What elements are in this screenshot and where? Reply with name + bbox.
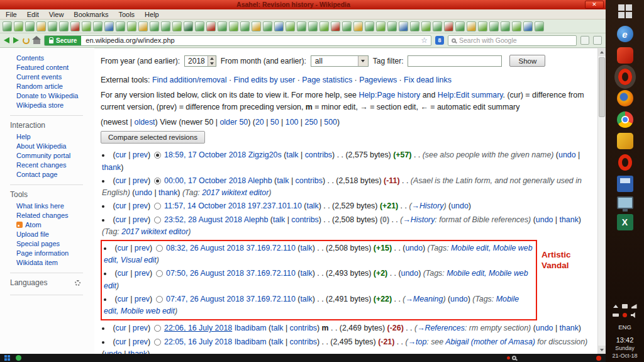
- show-hidden-icons[interactable]: [613, 305, 618, 308]
- edit-summary-link[interactable]: →top: [408, 337, 427, 346]
- sidebar-link[interactable]: Wikipedia store: [16, 101, 64, 109]
- toolbar-icon[interactable]: [365, 21, 374, 31]
- cur-link[interactable]: cur: [116, 150, 126, 159]
- revision-date-link[interactable]: 08:32, 26 August 2018: [166, 244, 244, 252]
- cur-link[interactable]: cur: [118, 244, 128, 252]
- tray-display-icon[interactable]: [622, 304, 628, 308]
- tools-icon[interactable]: [593, 36, 602, 45]
- sidebar-item[interactable]: Community portal: [0, 150, 94, 160]
- toolbar-icon[interactable]: [501, 21, 510, 31]
- toolbar-icon[interactable]: [184, 21, 193, 31]
- bookmark-star-icon[interactable]: ☆: [418, 36, 431, 45]
- toolbar-icon[interactable]: [3, 21, 12, 31]
- toolbar-icon[interactable]: [240, 21, 250, 31]
- user-talk-link[interactable]: talk: [271, 337, 283, 346]
- toolbar-icon[interactable]: [433, 21, 442, 31]
- menu-edit[interactable]: Edit: [27, 11, 39, 18]
- revision-date-link[interactable]: 00:00, 17 October 2018: [164, 176, 246, 185]
- back-button[interactable]: [4, 37, 9, 43]
- cur-link[interactable]: cur: [116, 201, 126, 210]
- gear-icon[interactable]: [75, 280, 80, 286]
- scroll-down-arrow[interactable]: [598, 346, 606, 354]
- sidebar-link[interactable]: Recent changes: [16, 161, 67, 169]
- toolbar-icon[interactable]: [274, 21, 284, 31]
- toolbar-icon[interactable]: [59, 21, 69, 31]
- user-contribs-link[interactable]: contribs: [290, 337, 317, 346]
- user-link[interactable]: Ibadibam: [235, 324, 267, 332]
- sidebar-link[interactable]: Help: [16, 133, 31, 140]
- sidebar-item[interactable]: Special pages: [0, 239, 94, 248]
- opera-icon[interactable]: [618, 69, 632, 85]
- toolbar-icon[interactable]: [353, 21, 363, 31]
- year-input[interactable]: 2018: [184, 55, 216, 67]
- sidebar-link[interactable]: Page information: [16, 249, 69, 257]
- tag-links[interactable]: 2017 wikitext editor: [121, 227, 188, 236]
- toolbar-icon[interactable]: [218, 21, 227, 31]
- sidebar-item[interactable]: Related changes: [0, 210, 94, 220]
- toolbar-icon[interactable]: [116, 21, 125, 31]
- undo-link[interactable]: undo: [405, 244, 423, 252]
- sidebar-link[interactable]: Random article: [16, 82, 63, 90]
- home-icon[interactable]: [33, 40, 40, 44]
- sidebar-item[interactable]: Page information: [0, 248, 94, 257]
- thank-link[interactable]: thank: [560, 324, 579, 332]
- toolbar-icon[interactable]: [421, 21, 431, 31]
- toolbar-icon[interactable]: [489, 21, 499, 31]
- cur-link[interactable]: cur: [116, 176, 126, 185]
- revision-select-radio[interactable]: [154, 203, 161, 210]
- revision-date-link[interactable]: 22:06, 16 July 2018: [164, 324, 232, 332]
- edit-summary-link[interactable]: →History: [402, 215, 435, 224]
- sidebar-item[interactable]: Donate to Wikipedia: [0, 91, 94, 100]
- revision-date-link[interactable]: 07:50, 26 August 2018: [166, 269, 244, 278]
- sidebar-link[interactable]: Community portal: [16, 152, 70, 159]
- sidebar-item[interactable]: Wikidata item: [0, 257, 94, 267]
- revision-date-link[interactable]: 07:47, 26 August 2018: [166, 295, 244, 303]
- user-link[interactable]: Alephb: [244, 215, 269, 224]
- cur-link[interactable]: cur: [116, 215, 126, 224]
- help-link[interactable]: Help:Page history: [358, 91, 420, 99]
- revision-select-radio[interactable]: [154, 217, 161, 223]
- user-link[interactable]: Alephb: [248, 176, 272, 185]
- toolbar-icon[interactable]: [93, 21, 103, 31]
- zoom-control[interactable]: [507, 356, 516, 360]
- sidebar-link[interactable]: Wikidata item: [16, 259, 58, 266]
- revision-date-link[interactable]: 22:05, 16 July 2018: [164, 337, 232, 346]
- excel-icon[interactable]: X: [617, 214, 633, 230]
- user-contribs-link[interactable]: contribs: [291, 215, 318, 224]
- toolbar-icon[interactable]: [523, 21, 533, 31]
- refresh-icon[interactable]: [23, 37, 30, 44]
- toolbar-icon[interactable]: [535, 21, 544, 31]
- external-tool-link[interactable]: Fix dead links: [404, 76, 452, 84]
- toolbar-icon[interactable]: [286, 21, 295, 31]
- undo-link[interactable]: undo: [536, 324, 553, 332]
- pagination-link[interactable]: 250: [305, 118, 318, 127]
- user-link[interactable]: Zigzig20s: [248, 150, 282, 159]
- scrollbar[interactable]: [597, 48, 606, 354]
- toolbar-icon[interactable]: [387, 21, 397, 31]
- year-spinner[interactable]: [208, 56, 216, 66]
- revision-select-radio[interactable]: [154, 325, 161, 332]
- pagination-link[interactable]: 500: [324, 118, 337, 127]
- pagination-link[interactable]: 20: [255, 118, 264, 127]
- user-contribs-link[interactable]: contribs: [305, 150, 332, 159]
- pagination-link[interactable]: 50: [270, 118, 279, 127]
- toolbar-icon[interactable]: [252, 21, 261, 31]
- menu-view[interactable]: View: [49, 11, 64, 18]
- toolbar-icon[interactable]: [410, 21, 419, 31]
- external-tool-link[interactable]: Page statistics: [302, 76, 352, 84]
- sidebar-item[interactable]: Contact page: [0, 169, 94, 179]
- revision-select-radio[interactable]: [156, 296, 163, 303]
- user-talk-link[interactable]: talk: [300, 269, 312, 278]
- red-app-icon[interactable]: [617, 47, 633, 64]
- prev-link[interactable]: prev: [135, 295, 150, 303]
- revision-select-radio[interactable]: [156, 270, 163, 277]
- revision-date-link[interactable]: 18:59, 17 October 2018: [164, 150, 246, 159]
- firefox-icon[interactable]: [617, 90, 633, 106]
- undo-link[interactable]: undo: [135, 188, 152, 197]
- external-tool-link[interactable]: Find addition/removal: [152, 76, 226, 84]
- sidebar-item[interactable]: Random article: [0, 81, 94, 91]
- yellow-app-icon[interactable]: [617, 133, 633, 149]
- undo-link[interactable]: undo: [401, 269, 419, 278]
- external-tool-link[interactable]: Find edits by user: [233, 76, 295, 84]
- sidebar-item[interactable]: Help: [0, 132, 94, 141]
